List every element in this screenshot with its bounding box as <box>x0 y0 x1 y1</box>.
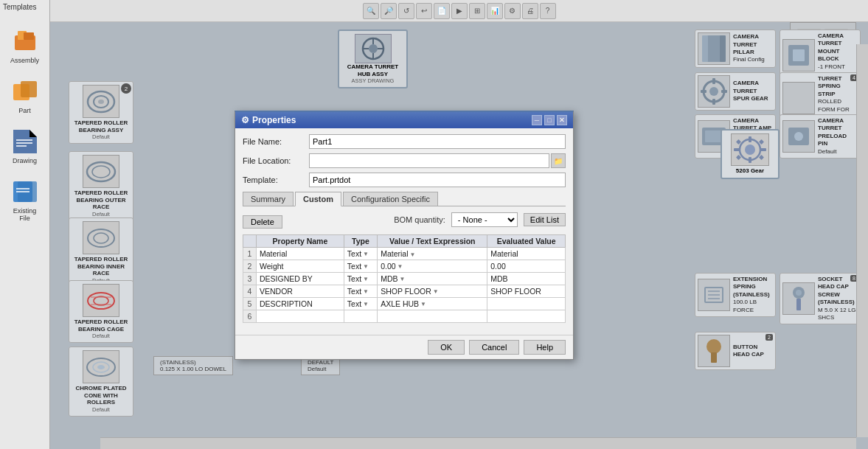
row-value-2[interactable]: MDB▼ <box>378 273 487 285</box>
file-location-input[interactable] <box>309 153 549 168</box>
comp-tapered-bearing-assy[interactable]: 2 TAPERED ROLLERBEARING ASSY Default <box>69 81 133 144</box>
svg-point-34 <box>87 162 115 181</box>
comp-outer-race[interactable]: TAPERED ROLLERBEARING OUTER RACE Default <box>69 151 133 221</box>
pillar-icon <box>698 32 730 65</box>
help-button[interactable]: Help <box>524 340 566 355</box>
properties-dialog: ⚙ Properties ─ □ ✕ File Name: File Locat… <box>235 111 574 360</box>
comp-bearing-cage[interactable]: TAPERED ROLLERBEARING CAGE Default <box>69 280 133 343</box>
edit-list-button[interactable]: Edit List <box>524 213 566 226</box>
toolbar-search[interactable]: 🔍 <box>363 3 379 19</box>
toolbar-play[interactable]: ▶ <box>451 3 468 19</box>
properties-table: Property Name Type Value / Text Expressi… <box>243 234 566 323</box>
dialog-title-buttons: ─ □ ✕ <box>532 115 567 125</box>
row-value-3[interactable]: SHOP FLOOR▼ <box>378 285 487 298</box>
row-evaluated-4 <box>487 298 566 310</box>
cancel-button[interactable]: Cancel <box>469 340 519 355</box>
comp-button-head[interactable]: 2 BUTTON HEAD CAP <box>695 332 776 370</box>
button-head-title: BUTTON HEAD CAP <box>733 344 773 359</box>
row-property-5[interactable] <box>257 310 344 323</box>
svg-rect-53 <box>721 90 727 93</box>
row-value-4[interactable]: AXLE HUB▼ <box>378 298 487 310</box>
template-input[interactable] <box>309 173 566 187</box>
bottom-sub: DEFAULT <box>308 359 333 366</box>
row-type-3[interactable]: Text▼ <box>344 285 377 298</box>
inner-race-title: TAPERED ROLLERBEARING INNER RACE <box>72 256 130 277</box>
row-value-0[interactable]: Material ▼ <box>378 248 487 260</box>
row-evaluated-5 <box>487 310 566 323</box>
comp-inner-race[interactable]: TAPERED ROLLERBEARING INNER RACE Default <box>69 217 133 288</box>
comp-gear[interactable]: 5203 Gear <box>721 129 780 179</box>
row-num-3: 4 <box>243 285 257 298</box>
row-evaluated-3: SHOP FLOOR <box>487 285 566 298</box>
mount-block-title: CAMERA TURRET MOUNT BLOCK <box>818 32 858 63</box>
assembly-label: Assembly <box>10 57 39 64</box>
row-value-5[interactable] <box>378 310 487 323</box>
row-property-0[interactable]: Material <box>257 248 344 260</box>
toolbar-undo[interactable]: ↩ <box>416 3 432 19</box>
table-row[interactable]: 4 VENDOR Text▼ SHOP FLOOR▼ SHOP FLOOR <box>243 285 566 298</box>
svg-point-38 <box>88 293 114 309</box>
svg-rect-51 <box>712 99 715 105</box>
file-name-input[interactable] <box>309 134 566 149</box>
toolbar-print[interactable]: 🖨 <box>522 3 538 19</box>
toolbar-settings[interactable]: ⚙ <box>504 3 521 19</box>
file-location-browse-btn[interactable]: 📁 <box>551 153 566 168</box>
file-name-row: File Name: <box>243 134 566 149</box>
comp-pillar[interactable]: CAMERA TURRET PILLAR Final Config <box>695 29 776 68</box>
comp-socket-screw[interactable]: 8 SOCKET HEAD CAP SCREW (STAINLESS) M 5.… <box>780 273 861 324</box>
row-property-3[interactable]: VENDOR <box>257 285 344 298</box>
ok-button[interactable]: OK <box>428 340 465 355</box>
row-property-2[interactable]: DESIGNED BY <box>257 273 344 285</box>
table-row[interactable]: 5 DESCRIPTION Text▼ AXLE HUB▼ <box>243 298 566 310</box>
toolbar-new[interactable]: 📄 <box>434 3 450 19</box>
comp-spur-gear[interactable]: CAMERA TURRET SPUR GEAR <box>695 72 776 111</box>
dialog-close-btn[interactable]: ✕ <box>557 115 567 125</box>
comp-preload-pin[interactable]: CAMERA TURRET PRELOAD PIN Default <box>780 114 861 159</box>
row-type-1[interactable]: Text▼ <box>344 260 377 273</box>
toolbar-chart[interactable]: 📊 <box>487 3 503 19</box>
bom-select[interactable]: - None - <box>451 212 518 227</box>
hub-card[interactable]: CAMERA TURRET HUB ASSY ASSY DRAWING <box>338 29 408 88</box>
delete-button[interactable]: Delete <box>243 215 282 229</box>
inner-race-icon <box>83 221 119 254</box>
toolbar-zoom[interactable]: 🔎 <box>381 3 397 19</box>
table-row[interactable]: 2 Weight Text▼ 0.00▼ 0.00 <box>243 260 566 273</box>
sidebar-item-assembly[interactable]: Assembly <box>4 22 46 69</box>
sidebar-item-existing[interactable]: Existing File <box>4 173 46 227</box>
vertical-scrollbar[interactable] <box>856 44 868 437</box>
table-row[interactable]: 1 Material Text▼ Material ▼ Material <box>243 248 566 260</box>
pillar-text: CAMERA TURRET PILLAR Final Config <box>733 33 773 64</box>
row-property-1[interactable]: Weight <box>257 260 344 273</box>
tab-summary[interactable]: Summary <box>243 192 294 206</box>
row-type-5[interactable] <box>344 310 377 323</box>
dialog-minimize-btn[interactable]: ─ <box>532 115 542 125</box>
table-row[interactable]: 6 <box>243 310 566 323</box>
tab-config-specific[interactable]: Configuration Specific <box>343 192 438 206</box>
outer-race-title: TAPERED ROLLERBEARING OUTER RACE <box>72 189 130 211</box>
row-value-1[interactable]: 0.00▼ <box>378 260 487 273</box>
socket-screw-text: SOCKET HEAD CAP SCREW (STAINLESS) M 5.0 … <box>818 276 858 321</box>
mount-block-icon <box>782 39 815 72</box>
table-row[interactable]: 3 DESIGNED BY Text▼ MDB▼ MDB <box>243 273 566 285</box>
dialog-maximize-btn[interactable]: □ <box>544 115 555 125</box>
preload-pin-title: CAMERA TURRET PRELOAD PIN <box>818 117 858 148</box>
sidebar-item-drawing[interactable]: Drawing <box>4 122 46 170</box>
toolbar-help[interactable]: ? <box>540 3 556 19</box>
sidebar: Templates Assembly Part <box>0 0 50 449</box>
file-location-label: File Location: <box>243 156 309 165</box>
row-type-0[interactable]: Text▼ <box>344 248 377 260</box>
row-type-4[interactable]: Text▼ <box>344 298 377 310</box>
row-property-4[interactable]: DESCRIPTION <box>257 298 344 310</box>
tab-custom[interactable]: Custom <box>295 192 341 206</box>
existing-icon <box>11 178 39 206</box>
bom-row: BOM quantity: - None - Edit List <box>394 212 566 227</box>
row-type-2[interactable]: Text▼ <box>344 273 377 285</box>
comp-extension-spring[interactable]: EXTENSION SPRING (STAINLESS) 100.0 LB FO… <box>695 273 776 317</box>
comp-chrome-cone[interactable]: CHROME PLATEDCONE WITH ROLLERS Default <box>69 347 133 417</box>
svg-point-69 <box>706 339 721 354</box>
horizontal-scrollbar[interactable] <box>100 437 856 449</box>
toolbar-refresh[interactable]: ↺ <box>398 3 414 19</box>
svg-rect-78 <box>759 139 764 145</box>
toolbar-grid[interactable]: ⊞ <box>469 3 485 19</box>
sidebar-item-part[interactable]: Part <box>4 72 46 119</box>
